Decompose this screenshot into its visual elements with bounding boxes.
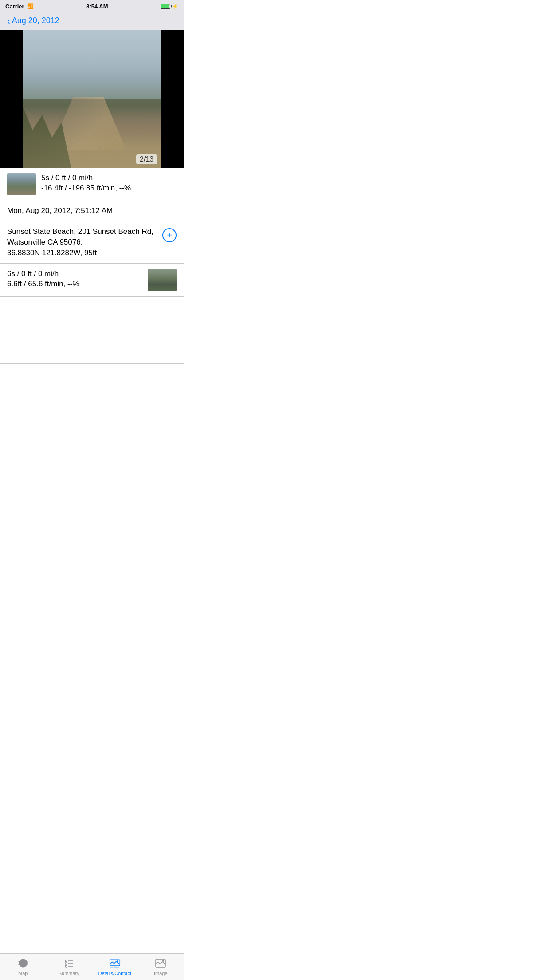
back-chevron-icon: ‹ (7, 16, 10, 25)
bolt-icon: ⚡ (172, 4, 178, 9)
empty-row-1 (0, 297, 184, 319)
status-bar: Carrier 📶 8:54 AM ⚡ (0, 0, 184, 12)
list-item: 5s / 0 ft / 0 mi/h -16.4ft / -196.85 ft/… (0, 168, 184, 201)
photo-viewer[interactable]: 2/13 (0, 30, 184, 168)
entry-line1: 5s / 0 ft / 0 mi/h (41, 173, 177, 183)
thumbnail-image-2 (148, 269, 177, 291)
date-item: Mon, Aug 20, 2012, 7:51:12 AM (0, 201, 184, 221)
entry-thumbnail-left (7, 173, 36, 195)
entry-text-block: 5s / 0 ft / 0 mi/h -16.4ft / -196.85 ft/… (41, 173, 177, 194)
wifi-icon: 📶 (27, 3, 34, 9)
back-button[interactable]: ‹ Aug 20, 2012 (7, 16, 59, 25)
empty-row-2 (0, 319, 184, 341)
date-text: Mon, Aug 20, 2012, 7:51:12 AM (7, 206, 177, 215)
status-battery: ⚡ (161, 4, 178, 9)
battery-fill (161, 4, 169, 8)
trees-overlay (23, 92, 71, 168)
status-time: 8:54 AM (86, 3, 108, 10)
next-entry-line1: 6s / 0 ft / 0 mi/h (7, 269, 142, 279)
plus-icon: + (167, 231, 172, 240)
right-black-bar (161, 30, 184, 168)
tab-spacer (0, 364, 184, 395)
next-entry-line2: 6.6ft / 65.6 ft/min, --% (7, 279, 142, 289)
entry-line2: -16.4ft / -196.85 ft/min, --% (41, 183, 177, 194)
beach-road-overlay (51, 97, 126, 150)
empty-row-3 (0, 341, 184, 364)
battery-icon (161, 4, 170, 9)
location-coords: 36.8830N 121.8282W, 95ft (7, 248, 162, 258)
next-entry-text: 6s / 0 ft / 0 mi/h 6.6ft / 65.6 ft/min, … (7, 269, 142, 289)
main-photo: 2/13 (23, 30, 161, 168)
entry-thumbnail-right (148, 269, 177, 291)
back-label: Aug 20, 2012 (12, 16, 59, 25)
entries-list: 5s / 0 ft / 0 mi/h -16.4ft / -196.85 ft/… (0, 168, 184, 364)
location-address: Sunset State Beach, 201 Sunset Beach Rd,… (7, 226, 162, 248)
photo-counter: 2/13 (136, 154, 157, 164)
location-text-block: Sunset State Beach, 201 Sunset Beach Rd,… (7, 226, 162, 258)
carrier-label: Carrier (5, 3, 24, 10)
location-item: Sunset State Beach, 201 Sunset Beach Rd,… (0, 221, 184, 264)
next-entry-item: 6s / 0 ft / 0 mi/h 6.6ft / 65.6 ft/min, … (0, 264, 184, 297)
status-carrier-wifi: Carrier 📶 (5, 3, 34, 10)
add-contact-button[interactable]: + (162, 228, 177, 242)
thumbnail-image (7, 173, 36, 195)
navigation-bar: ‹ Aug 20, 2012 (0, 12, 184, 30)
left-black-bar (0, 30, 23, 168)
